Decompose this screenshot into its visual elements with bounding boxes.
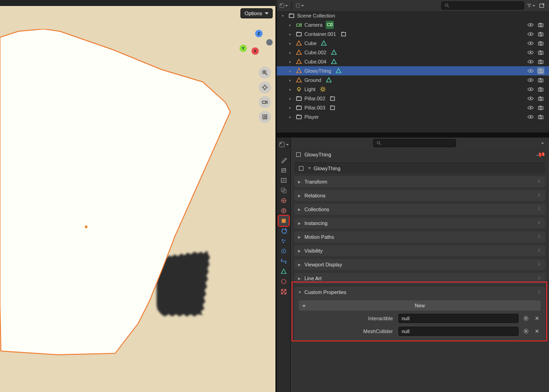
properties-tab-tool[interactable] — [279, 155, 289, 165]
outliner-item-light[interactable]: ▸ Light — [277, 85, 549, 94]
render-toggle-icon[interactable] — [537, 21, 544, 29]
outliner-search[interactable] — [441, 1, 524, 10]
panel-drag-icon[interactable]: ⠿ — [537, 276, 542, 281]
visibility-toggle-icon[interactable] — [527, 104, 534, 111]
disclosure-icon[interactable]: ▸ — [286, 78, 294, 82]
viewport-perspective-icon[interactable] — [259, 111, 271, 123]
outliner-item-cube[interactable]: ▸ Cube — [277, 39, 549, 48]
panel-drag-icon[interactable]: ⠿ — [537, 248, 542, 253]
visibility-toggle-icon[interactable] — [527, 40, 534, 47]
render-toggle-icon[interactable] — [537, 86, 544, 93]
disclosure-icon[interactable]: ▸ — [286, 60, 294, 64]
render-toggle-icon[interactable] — [537, 58, 544, 65]
properties-tab-physics[interactable] — [279, 246, 289, 256]
custom-property-value-input[interactable]: null — [398, 327, 519, 336]
gizmo-x-axis[interactable]: X — [251, 47, 259, 55]
panel-header[interactable]: ▶ Relations ⠿ — [294, 190, 545, 201]
disclosure-icon[interactable]: ▸ — [286, 69, 294, 73]
properties-tab-object[interactable] — [279, 216, 289, 226]
panel-header[interactable]: ▶ Line Art ⠿ — [294, 273, 545, 284]
properties-panels-scroll[interactable]: ▶ Transform ⠿ ▶ Relations ⠿ ▶ Collection… — [291, 175, 549, 392]
panel-drag-icon[interactable]: ⠿ — [537, 179, 542, 184]
render-toggle-icon[interactable] — [537, 67, 544, 75]
outliner-item-container-001[interactable]: ▸ Container.001 — [277, 29, 549, 39]
visibility-toggle-icon[interactable] — [527, 21, 534, 29]
properties-editor-type-icon[interactable] — [279, 139, 289, 150]
gizmo-z-axis[interactable] — [255, 30, 263, 37]
close-icon[interactable]: ✕ — [533, 315, 541, 322]
close-icon[interactable]: ✕ — [533, 328, 541, 335]
outliner-item-pillar-002[interactable]: ▸ Pillar.002 — [277, 94, 549, 103]
disclosure-icon[interactable]: ▸ — [286, 115, 294, 119]
properties-tab-texture[interactable] — [279, 287, 289, 297]
render-toggle-icon[interactable] — [537, 76, 544, 84]
panel-header[interactable]: ▶ Collections ⠿ — [294, 204, 545, 215]
properties-options-icon[interactable] — [538, 139, 546, 147]
panel-drag-icon[interactable]: ⠿ — [537, 193, 542, 198]
outliner-item-cube-002[interactable]: ▸ Cube.002 — [277, 48, 549, 57]
render-toggle-icon[interactable] — [537, 95, 544, 102]
panel-header[interactable]: ▶ Transform ⠿ — [294, 176, 545, 187]
render-toggle-icon[interactable] — [537, 104, 544, 111]
object-name-input[interactable] — [314, 166, 542, 171]
panel-header[interactable]: ▶ Visibility ⠿ — [294, 245, 545, 256]
viewport-camera-icon[interactable] — [259, 96, 271, 108]
properties-tab-output[interactable] — [279, 175, 289, 185]
properties-tab-material[interactable] — [279, 277, 289, 287]
gear-icon[interactable] — [521, 327, 531, 336]
nav-gizmo[interactable]: Y X — [238, 29, 270, 61]
panel-drag-icon[interactable]: ⠿ — [537, 290, 542, 294]
viewport-pan-icon[interactable] — [259, 81, 271, 93]
panel-header[interactable]: ▶ Viewport Display ⠿ — [294, 259, 545, 270]
3d-viewport[interactable]: Options Y X — [0, 6, 275, 392]
disclosure-icon[interactable]: ▸ — [286, 41, 294, 46]
render-toggle-icon[interactable] — [537, 30, 544, 38]
gizmo-y-axis[interactable]: Y — [239, 45, 247, 52]
new-custom-property-button[interactable]: + New — [299, 300, 541, 311]
disclosure-icon[interactable]: ▸ — [286, 51, 294, 55]
properties-tab-mesh-data[interactable] — [279, 266, 289, 277]
outliner-item-ground[interactable]: ▸ Ground — [277, 75, 549, 85]
outliner-tree[interactable]: ▾ Scene Collection ▸ Camera ▸ Container.… — [277, 11, 549, 133]
outliner-filter-icon[interactable] — [527, 1, 535, 10]
properties-tab-modifiers[interactable] — [279, 226, 289, 236]
outliner-item-cube-004[interactable]: ▸ Cube.004 — [277, 57, 549, 66]
outliner-search-input[interactable] — [450, 3, 521, 8]
disclosure-icon[interactable]: ▾ — [279, 14, 287, 18]
visibility-toggle-icon[interactable] — [527, 95, 534, 102]
viewport-options-dropdown[interactable]: Options — [240, 8, 273, 18]
render-toggle-icon[interactable] — [537, 49, 544, 56]
properties-tab-particles[interactable] — [279, 236, 289, 246]
horizontal-splitter[interactable] — [277, 133, 549, 138]
visibility-toggle-icon[interactable] — [527, 49, 534, 56]
visibility-toggle-icon[interactable] — [527, 76, 534, 84]
panel-header[interactable]: ▶ Motion Paths ⠿ — [294, 231, 545, 242]
properties-tab-world[interactable] — [279, 206, 289, 216]
panel-drag-icon[interactable]: ⠿ — [537, 235, 542, 239]
visibility-toggle-icon[interactable] — [527, 113, 534, 121]
disclosure-icon[interactable]: ▸ — [286, 97, 294, 101]
outliner-item-camera[interactable]: ▸ Camera — [277, 20, 549, 29]
properties-tab-constraints[interactable] — [279, 256, 289, 266]
render-toggle-icon[interactable] — [537, 40, 544, 47]
disclosure-icon[interactable]: ▸ — [286, 23, 294, 27]
viewport-zoom-icon[interactable] — [259, 67, 271, 79]
panel-drag-icon[interactable]: ⠿ — [537, 262, 542, 267]
custom-property-value-input[interactable]: null — [398, 314, 519, 323]
panel-drag-icon[interactable]: ⠿ — [537, 221, 542, 225]
properties-tab-scene[interactable] — [279, 196, 289, 206]
properties-tab-render[interactable] — [279, 165, 289, 175]
outliner-root-collection[interactable]: ▾ Scene Collection — [277, 11, 549, 20]
outliner-new-collection-icon[interactable] — [538, 1, 546, 10]
properties-search[interactable] — [373, 139, 456, 147]
gear-icon[interactable] — [521, 314, 531, 323]
visibility-toggle-icon[interactable] — [527, 86, 534, 93]
visibility-toggle-icon[interactable] — [527, 30, 534, 38]
visibility-toggle-icon[interactable] — [527, 67, 534, 75]
visibility-toggle-icon[interactable] — [527, 58, 534, 65]
pin-icon[interactable]: 📌 — [535, 150, 546, 160]
render-toggle-icon[interactable] — [537, 113, 544, 121]
outliner-item-player[interactable]: ▸ Player — [277, 112, 549, 121]
outliner-display-mode-icon[interactable] — [296, 1, 304, 10]
disclosure-icon[interactable]: ▸ — [286, 106, 294, 110]
